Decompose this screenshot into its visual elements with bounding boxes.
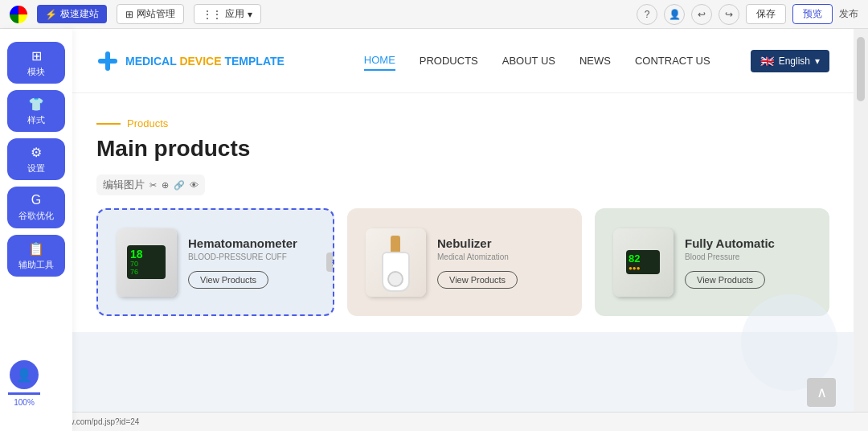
card-name-1: Hematomanometer bbox=[188, 236, 317, 250]
website-preview: MEDICAL DEVICE TEMPLATE HOME PRODUCTS AB… bbox=[72, 29, 854, 332]
flag-icon: 🇬🇧 bbox=[760, 55, 774, 68]
logo-text: MEDICAL DEVICE TEMPLATE bbox=[125, 55, 285, 68]
resize-icon[interactable]: ⊕ bbox=[162, 180, 169, 191]
card-sub-1: BLOOD-PRESSURE CUFF bbox=[188, 252, 317, 261]
product-card-hematomanometer: 18 70 76 Hematomanometer BLOOD-PRESSURE … bbox=[96, 208, 334, 316]
card-name-3: Fully Automatic bbox=[685, 236, 813, 250]
bp-value-systolic: 18 bbox=[130, 248, 162, 260]
bp-value-diastolic: 70 bbox=[130, 260, 162, 268]
redo-button[interactable]: ↪ bbox=[719, 4, 739, 25]
publish-button[interactable]: 发布 bbox=[839, 7, 858, 21]
main-content: MEDICAL DEVICE TEMPLATE HOME PRODUCTS AB… bbox=[72, 29, 854, 431]
card-sub-3: Blood Pressure bbox=[685, 252, 813, 261]
browser-logo-icon bbox=[10, 6, 27, 23]
sidebar-item-seo[interactable]: G 谷歌优化 bbox=[7, 187, 65, 228]
product-image-auto-bp: 82 ●●● bbox=[611, 226, 675, 298]
apps-button[interactable]: ⋮⋮ 应用 ▾ bbox=[194, 4, 261, 24]
card-info-3: Fully Automatic Blood Pressure View Prod… bbox=[685, 236, 813, 289]
scroll-thumb[interactable] bbox=[857, 37, 865, 101]
product-card-nebulizer: Nebulizer Medical Atomization View Produ… bbox=[347, 208, 582, 316]
auto-bp-indicator: ●●● bbox=[628, 265, 657, 272]
section-label-text: Products bbox=[127, 117, 168, 129]
nav-home[interactable]: HOME bbox=[364, 51, 395, 71]
logo-cross-icon bbox=[96, 50, 119, 72]
chevron-down-icon: ▾ bbox=[815, 55, 820, 67]
logo-area: MEDICAL DEVICE TEMPLATE bbox=[96, 50, 364, 72]
section-label: Products bbox=[96, 117, 829, 129]
browser-bar: ⚡ 极速建站 ⊞ 网站管理 ⋮⋮ 应用 ▾ ? 👤 ↩ ↪ 保存 预览 发布 bbox=[0, 0, 868, 29]
tool-divider bbox=[8, 392, 40, 395]
seo-icon: G bbox=[31, 193, 41, 207]
bp-value-pulse: 76 bbox=[130, 268, 162, 276]
nav-news[interactable]: NEWS bbox=[579, 51, 611, 70]
bp-screen: 18 70 76 bbox=[127, 245, 166, 279]
bp-monitor-device: 18 70 76 bbox=[117, 228, 177, 297]
quick-build-button[interactable]: ⚡ 极速建站 bbox=[37, 5, 107, 23]
eye-icon[interactable]: 👁 bbox=[190, 180, 199, 190]
view-products-btn-3[interactable]: View Products bbox=[685, 271, 765, 289]
website-header: MEDICAL DEVICE TEMPLATE HOME PRODUCTS AB… bbox=[72, 29, 854, 93]
lightning-icon: ⚡ bbox=[45, 9, 57, 20]
sidebar-item-styles[interactable]: 👕 样式 bbox=[7, 90, 65, 132]
decorative-circle bbox=[741, 294, 837, 391]
undo-button[interactable]: ↩ bbox=[691, 4, 712, 25]
left-sidebar: ⊞ 模块 👕 样式 ⚙ 设置 G 谷歌优化 📋 辅助工具 👤 100% bbox=[0, 29, 72, 431]
section-title: Main products bbox=[96, 136, 829, 162]
person-icon: 👤 bbox=[16, 367, 32, 383]
browser-right-controls: ? 👤 ↩ ↪ 保存 预览 发布 bbox=[637, 4, 858, 25]
sidebar-item-modules[interactable]: ⊞ 模块 bbox=[7, 42, 65, 84]
product-image-bp-monitor: 18 70 76 bbox=[114, 226, 178, 298]
auto-bp-device: 82 ●●● bbox=[613, 228, 674, 297]
styles-icon: 👕 bbox=[28, 96, 44, 112]
grid-icon: ⊞ bbox=[125, 9, 133, 20]
settings-icon: ⚙ bbox=[31, 145, 42, 160]
back-to-top-button[interactable]: ∧ bbox=[807, 378, 836, 407]
card-info-2: Nebulizer Medical Atomization View Produ… bbox=[437, 236, 566, 289]
card-resize-handle[interactable]: ⋮ bbox=[326, 252, 334, 272]
nav-about[interactable]: ABOUT US bbox=[502, 51, 555, 70]
nebulizer-device bbox=[366, 228, 426, 297]
sidebar-item-settings[interactable]: ⚙ 设置 bbox=[7, 138, 65, 180]
product-image-nebulizer bbox=[363, 226, 428, 298]
help-button[interactable]: ? bbox=[637, 4, 657, 25]
auto-bp-value: 82 bbox=[628, 252, 657, 265]
product-cards: 18 70 76 Hematomanometer BLOOD-PRESSURE … bbox=[96, 208, 829, 316]
neb-body bbox=[382, 252, 410, 292]
section-line bbox=[96, 123, 121, 125]
card-name-2: Nebulizer bbox=[437, 236, 566, 250]
edit-img-label[interactable]: 编辑图片 bbox=[103, 178, 145, 192]
tools-icon: 📋 bbox=[28, 241, 44, 257]
save-button[interactable]: 保存 bbox=[746, 4, 786, 24]
auto-screen: 82 ●●● bbox=[626, 250, 660, 274]
card-sub-2: Medical Atomization bbox=[437, 252, 566, 261]
bottom-bar: https://wm20jz.flow.com/pd.jsp?id=24 bbox=[0, 412, 868, 431]
sidebar-item-tools[interactable]: 📋 辅助工具 bbox=[7, 235, 65, 277]
nav-products[interactable]: PRODUCTS bbox=[420, 51, 478, 70]
neb-top bbox=[391, 236, 400, 252]
nav-contact[interactable]: CONTRACT US bbox=[635, 51, 710, 70]
products-section: Products Main products 编辑图片 ✂ ⊕ 🔗 👁 bbox=[72, 93, 854, 332]
link-icon[interactable]: 🔗 bbox=[174, 180, 185, 191]
tool-circle-icon[interactable]: 👤 bbox=[10, 360, 39, 389]
right-scrollbar[interactable] bbox=[854, 29, 868, 431]
zoom-level: 100% bbox=[14, 398, 35, 407]
image-toolbar[interactable]: 编辑图片 ✂ ⊕ 🔗 👁 bbox=[96, 174, 205, 195]
language-button[interactable]: 🇬🇧 English ▾ bbox=[751, 50, 829, 72]
user-icon: 👤 bbox=[669, 9, 681, 20]
site-mgmt-button[interactable]: ⊞ 网站管理 bbox=[117, 4, 184, 24]
sidebar-bottom-tools: 👤 100% bbox=[8, 360, 40, 407]
card-info-1: Hematomanometer BLOOD-PRESSURE CUFF View… bbox=[188, 236, 317, 289]
preview-button[interactable]: 预览 bbox=[792, 4, 833, 24]
view-products-btn-1[interactable]: View Products bbox=[188, 271, 268, 289]
apps-icon: ⋮⋮ bbox=[203, 9, 222, 20]
modules-icon: ⊞ bbox=[31, 48, 42, 64]
user-button[interactable]: 👤 bbox=[664, 4, 685, 25]
nav-area: HOME PRODUCTS ABOUT US NEWS CONTRACT US … bbox=[364, 50, 829, 72]
chevron-down-icon: ▾ bbox=[248, 9, 252, 20]
crop-icon[interactable]: ✂ bbox=[149, 180, 157, 191]
view-products-btn-2[interactable]: View Products bbox=[437, 271, 518, 289]
